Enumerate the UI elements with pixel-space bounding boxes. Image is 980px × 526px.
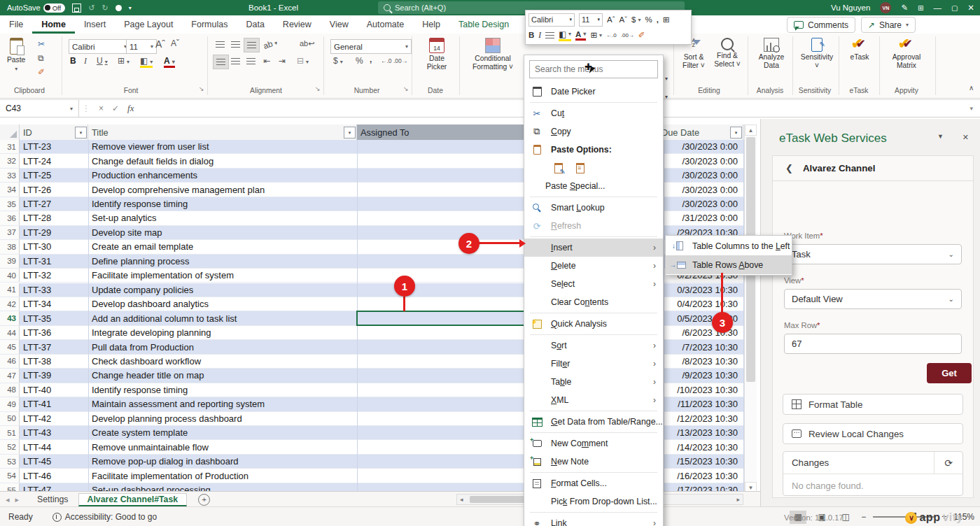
cell-id[interactable]: LTT-35 [20,311,88,325]
undo-button[interactable]: ↺ [88,3,94,13]
submenu-item-table-rows-above[interactable]: Table Rows Above [666,255,792,274]
cell-title[interactable]: Develop planning process dashboard [88,412,357,425]
row-number[interactable]: 44 [0,326,20,339]
font-dialog-launcher[interactable]: ↘ [199,85,204,92]
field-work-item-select[interactable]: Task⌄ [784,244,962,264]
sheet-tab-alvarez-channel-task[interactable]: Alvarez Channel#Task [78,493,188,506]
row-number[interactable]: 41 [0,283,20,297]
row-number[interactable]: 34 [0,183,20,196]
row-number[interactable]: 48 [0,383,20,397]
row-number[interactable]: 51 [0,426,20,439]
row-number[interactable]: 42 [0,297,20,311]
menu-item-xml[interactable]: XML› [524,391,663,409]
cell-due[interactable]: 0/4/2023 10:30 [664,297,743,311]
ribbon-tab-home[interactable]: Home [32,15,75,34]
row-number[interactable]: 31 [0,140,20,153]
row-number[interactable]: 45 [0,340,20,353]
row-number[interactable]: 38 [0,240,20,253]
cell-title[interactable]: Facilitate implementation of system [88,269,357,282]
cell-title[interactable]: Integrate developing planning [88,326,357,339]
cell-title[interactable]: Develop site map [88,226,357,239]
menu-item-clear-contents[interactable]: Clear Contents [524,293,663,311]
font-name-combo[interactable]: Calibri▾ [69,39,130,54]
merge-center-button[interactable]: ⊟ [297,56,309,66]
find-select-button[interactable]: Find & Select ˅ [711,38,743,69]
cell-id[interactable]: LTT-34 [20,297,88,311]
row-number[interactable]: 43 [0,311,20,325]
mini-font-color-button[interactable]: A [575,30,586,41]
expand-formula-bar-icon[interactable]: ▾ [969,105,973,112]
cell-title[interactable]: Facilitate implementation of Production [88,469,357,482]
name-box[interactable]: C43▾ [0,100,79,117]
cell-title[interactable]: Remove pop-up dialog in dashboard [88,455,357,468]
row-number[interactable]: 50 [0,412,20,425]
align-left-button[interactable] [213,55,229,69]
comma-style-button[interactable]: , [370,55,372,64]
scroll-left-icon[interactable]: ◂ [460,496,463,503]
mini-increase-decimal-button[interactable]: ←.0 [606,32,617,38]
menu-item-cut[interactable]: Cut [524,104,663,122]
cell-id[interactable]: LTT-40 [20,383,88,397]
font-color-button[interactable]: A [164,56,175,68]
cell-id[interactable]: LTT-23 [20,140,88,153]
sensitivity-button[interactable]: Sensitivity ˅ [798,38,836,70]
menu-item-date-picker[interactable]: Date Picker [524,83,663,101]
cell-title[interactable]: Check dashboard workflow [88,355,357,368]
font-size-combo[interactable]: 11▾ [126,39,157,54]
customize-qat-button[interactable] [115,5,122,11]
menu-item-sort[interactable]: Sort› [524,336,663,355]
cell-due[interactable]: /13/2023 10:30 [664,426,743,439]
menu-item-table[interactable]: Table› [524,373,663,391]
submenu-item-table-columns-to-the-left[interactable]: Table Columns to the Left [666,236,792,255]
borders-button[interactable]: ⊞ [118,56,130,66]
enter-icon[interactable]: ✓ [112,104,119,113]
percent-style-button[interactable]: % [356,56,363,66]
row-number[interactable]: 39 [0,255,20,268]
save-button[interactable] [72,3,81,13]
cell-id[interactable]: LTT-45 [20,455,88,468]
filter-button[interactable]: ▾ [344,127,356,138]
select-all-corner[interactable] [0,125,20,140]
cell-title[interactable]: Remove viewer from user list [88,140,357,153]
cell-due[interactable]: /16/2023 10:30 [664,469,743,482]
row-number[interactable]: 47 [0,369,20,382]
get-button[interactable]: Get [927,363,972,383]
ribbon-tab-review[interactable]: Review [274,15,321,34]
cell-id[interactable]: LTT-32 [20,269,88,282]
cell-title[interactable]: Define planning process [88,255,357,268]
number-format-combo[interactable]: General▾ [330,39,412,54]
row-number[interactable]: 49 [0,397,20,411]
cell-id[interactable]: LTT-29 [20,226,88,239]
cell-id[interactable]: LTT-26 [20,183,88,196]
format-painter-button[interactable]: ✐ [38,67,45,77]
cell-id[interactable]: LTT-46 [20,469,88,482]
mini-percent-button[interactable]: % [645,15,652,24]
menu-item-get-data-from-table-range[interactable]: Get Data from Table/Range... [524,413,663,431]
row-number[interactable]: 52 [0,440,20,453]
mini-align-button[interactable] [545,32,554,38]
mini-comma-button[interactable]: , [657,15,659,24]
menu-item-new-note[interactable]: New Note [524,453,663,471]
row-number[interactable]: 54 [0,469,20,482]
cell-title[interactable]: Update company policies [88,283,357,297]
row-number[interactable]: 36 [0,211,20,225]
italic-button[interactable]: I [84,56,87,66]
cell-id[interactable]: LTT-31 [20,255,88,268]
row-number[interactable]: 53 [0,455,20,468]
cell-due[interactable]: /7/2023 10:30 [664,340,743,353]
share-button[interactable]: ↗ Share ▾ [861,17,916,33]
cell-title[interactable]: Create system template [88,426,357,439]
cell-id[interactable]: LTT-37 [20,340,88,353]
cell-due[interactable]: /30/2023 0:00 [664,154,743,167]
cell-due[interactable]: /6/2023 10:30 [664,326,743,339]
cell-due[interactable]: /14/2023 10:30 [664,440,743,453]
increase-indent-button[interactable]: ⇥ [279,56,286,66]
mini-shrink-font-button[interactable]: Aˇ [620,15,628,24]
cell-id[interactable]: LTT-41 [20,397,88,411]
cell-title[interactable]: Production enhancements [88,169,357,182]
menu-item-filter[interactable]: Filter› [524,355,663,373]
redo-button[interactable]: ↻ [102,3,108,13]
underline-button[interactable]: U [97,56,108,66]
review-local-changes-button[interactable]: Review Local Changes [783,423,963,444]
cell-id[interactable]: LTT-39 [20,369,88,382]
